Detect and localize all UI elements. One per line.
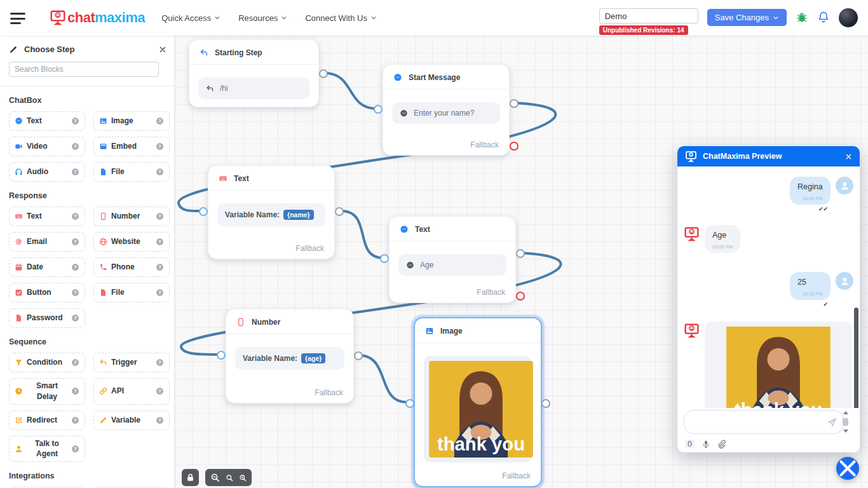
save-changes-button[interactable]: Save Changes	[707, 9, 787, 26]
help-icon[interactable]: ?	[156, 288, 164, 297]
close-preview-icon[interactable]	[845, 153, 852, 160]
help-icon[interactable]: ?	[71, 212, 79, 220]
connection-edge[interactable]	[341, 211, 383, 258]
variable-row[interactable]: Variable Name:{name}	[217, 203, 325, 226]
help-icon[interactable]: ?	[156, 117, 164, 125]
output-port[interactable]	[335, 207, 344, 216]
input-port[interactable]	[199, 207, 208, 216]
input-port[interactable]	[405, 399, 414, 408]
node-image-wrap[interactable]: thank you	[424, 356, 532, 463]
output-port[interactable]	[541, 399, 550, 408]
block-date[interactable]: Date?	[9, 257, 85, 277]
message-input[interactable]	[684, 410, 811, 433]
help-icon[interactable]: ?	[71, 358, 79, 367]
help-icon[interactable]: ?	[156, 416, 164, 424]
block-website[interactable]: Website?	[93, 232, 170, 252]
block-audio[interactable]: Audio?	[9, 162, 85, 182]
search-blocks-input[interactable]	[9, 62, 159, 77]
input-port[interactable]	[380, 254, 389, 263]
send-plane-icon[interactable]	[827, 417, 837, 427]
help-icon[interactable]: ?	[156, 238, 164, 246]
help-icon[interactable]: ?	[156, 142, 164, 151]
block-image[interactable]: Image?	[93, 111, 170, 131]
block-file[interactable]: File?	[93, 283, 170, 302]
user-avatar[interactable]	[839, 8, 858, 27]
block-file[interactable]: File?	[93, 162, 170, 182]
block-password[interactable]: Password?	[9, 308, 85, 328]
scroll-up-arrow[interactable]	[843, 411, 848, 414]
output-port[interactable]	[319, 69, 328, 78]
node-content-row[interactable]: Age	[398, 254, 506, 276]
block-trigger[interactable]: Trigger?	[93, 353, 170, 372]
block-api[interactable]: API?	[93, 378, 170, 405]
block-smart-delay[interactable]: Smart Delay?	[9, 378, 85, 405]
flow-node-text-age[interactable]: TextAgeFallback	[389, 216, 516, 303]
flow-name-input[interactable]	[599, 8, 698, 24]
nav-menu-quick-access[interactable]: Quick Access	[161, 13, 220, 23]
preview-scrollbar[interactable]	[854, 308, 858, 414]
output-port[interactable]	[516, 249, 525, 258]
flow-node-text-name[interactable]: TextVariable Name:{name}Fallback	[208, 165, 335, 259]
zoom-out-icon[interactable]	[210, 473, 220, 482]
variable-row[interactable]: Variable Name:{age}	[235, 347, 344, 370]
help-icon[interactable]: ?	[71, 314, 79, 322]
help-icon[interactable]: ?	[156, 263, 164, 271]
emoji-icon[interactable]: 0	[685, 440, 695, 449]
block-video[interactable]: Video?	[9, 137, 85, 156]
nav-menu-resources[interactable]: Resources	[238, 13, 287, 23]
scroll-down-arrow[interactable]	[843, 430, 848, 433]
input-port[interactable]	[217, 351, 226, 360]
block-text[interactable]: Text?	[9, 207, 85, 226]
zoom-in-icon[interactable]	[226, 474, 233, 482]
bell-icon[interactable]	[817, 11, 830, 24]
toggle-preview-fab[interactable]	[836, 457, 859, 480]
paperclip-icon[interactable]	[717, 440, 726, 449]
hamburger-menu-icon[interactable]	[10, 13, 25, 24]
block-phone[interactable]: Phone?	[93, 257, 170, 277]
output-port[interactable]	[354, 351, 363, 360]
help-icon[interactable]: ?	[156, 387, 164, 395]
help-icon[interactable]: ?	[71, 387, 79, 395]
block-embed[interactable]: Embed?	[93, 137, 170, 156]
bug-icon[interactable]	[796, 11, 808, 24]
block-number[interactable]: Number?	[93, 207, 170, 226]
help-icon[interactable]: ?	[71, 263, 79, 271]
node-content-row[interactable]: Enter your name?	[392, 102, 500, 124]
fallback-port[interactable]	[516, 292, 525, 301]
help-icon[interactable]: ?	[71, 168, 79, 176]
help-icon[interactable]: ?	[71, 416, 79, 424]
block-redirect[interactable]: Redirect?	[9, 410, 85, 430]
flow-node-image[interactable]: Imagethank youFallback	[414, 317, 542, 487]
flow-node-starting-step[interactable]: Starting Step/hi	[189, 39, 319, 107]
close-panel-icon[interactable]	[159, 46, 166, 53]
connection-edge[interactable]	[324, 73, 377, 109]
block-email[interactable]: @Email?	[9, 232, 85, 252]
block-text[interactable]: Text?	[9, 111, 85, 131]
input-scrollbar[interactable]	[841, 410, 850, 434]
flow-node-number-age[interactable]: NumberVariable Name:{age}Fallback	[226, 309, 354, 403]
help-icon[interactable]: ?	[156, 168, 164, 176]
block-talk-to-agent[interactable]: Talk to Agent?	[9, 436, 85, 463]
block-button[interactable]: Button?	[9, 283, 85, 302]
help-icon[interactable]: ?	[156, 212, 164, 220]
connection-edge[interactable]	[358, 355, 407, 402]
zoom-reset-icon[interactable]	[239, 474, 247, 482]
help-icon[interactable]: ?	[71, 238, 79, 246]
mic-icon[interactable]	[702, 440, 710, 449]
fallback-port[interactable]	[510, 142, 519, 151]
flow-node-start-message[interactable]: Start MessageEnter your name?Fallback	[383, 64, 510, 156]
nav-menu-connect-with-us[interactable]: Connect With Us	[305, 13, 377, 23]
output-port[interactable]	[510, 99, 519, 108]
help-icon[interactable]: ?	[71, 117, 79, 125]
help-icon[interactable]: ?	[71, 142, 79, 151]
help-icon[interactable]: ?	[71, 288, 79, 297]
chatmaxima-logo[interactable]: chatmaxima	[50, 10, 145, 26]
node-content-row[interactable]: /hi	[198, 78, 309, 99]
block-variable[interactable]: Variable?	[93, 410, 170, 430]
scroll-thumb[interactable]	[843, 418, 848, 426]
help-icon[interactable]: ?	[156, 358, 164, 367]
lock-canvas-button[interactable]	[182, 469, 199, 486]
input-port[interactable]	[374, 105, 383, 114]
block-condition[interactable]: Condition?	[9, 353, 85, 372]
help-icon[interactable]: ?	[71, 445, 79, 453]
